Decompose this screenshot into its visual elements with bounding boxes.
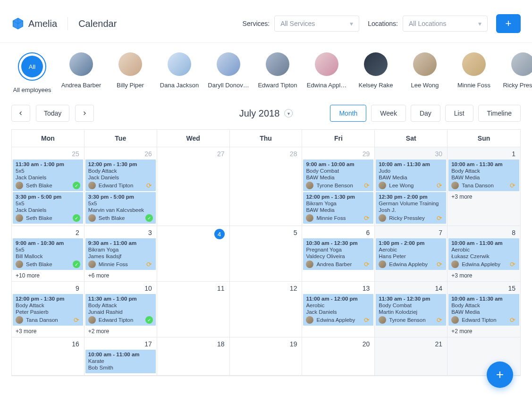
calendar-day-cell[interactable]: 12 bbox=[230, 282, 303, 337]
brand-logo[interactable]: Amelia bbox=[11, 17, 57, 30]
event-title: Aerobic bbox=[379, 247, 443, 252]
calendar-day-cell[interactable]: 2511:30 am - 1:00 pm5x5Jack DanielsSeth … bbox=[12, 147, 84, 226]
day-number: 5 bbox=[230, 226, 302, 238]
status-pending-icon: ⟳ bbox=[436, 260, 443, 268]
employee-filter-item[interactable]: Dana Jackson bbox=[160, 52, 198, 93]
employee-avatar bbox=[413, 52, 437, 76]
services-value: All Services bbox=[280, 20, 315, 27]
status-pending-icon: ⟳ bbox=[509, 182, 516, 189]
more-events-link[interactable]: +2 more bbox=[84, 327, 157, 336]
calendar-event[interactable]: 12:30 pm - 2:00 pmGerman Volume Training… bbox=[376, 192, 446, 224]
today-button[interactable]: Today bbox=[36, 105, 69, 122]
assignee-avatar bbox=[306, 316, 313, 324]
divider bbox=[68, 17, 68, 30]
prev-button[interactable] bbox=[11, 105, 30, 122]
employee-filter-item[interactable]: Kelsey Rake bbox=[357, 52, 395, 93]
view-button-timeline[interactable]: Timeline bbox=[478, 105, 521, 122]
employee-filter-item[interactable]: Lee Wong bbox=[406, 52, 444, 93]
add-button[interactable]: + bbox=[496, 14, 521, 33]
event-time: 12:30 pm - 2:00 pm bbox=[379, 194, 443, 200]
next-button[interactable] bbox=[75, 105, 94, 122]
calendar-day-cell[interactable]: 4 bbox=[157, 226, 230, 282]
calendar-event[interactable]: 9:30 am - 11:00 amBikram YogaJames Ikads… bbox=[85, 238, 156, 270]
calendar-day-cell[interactable]: 20 bbox=[302, 337, 375, 376]
calendar-event[interactable]: 12:00 pm - 1:30 pmBikram YogaBAW MediaMi… bbox=[303, 192, 373, 224]
calendar-day-cell[interactable]: 1011:30 am - 1:00 pmBody AttackJunaid Ra… bbox=[84, 282, 157, 337]
calendar-day-cell[interactable]: 299:00 am - 10:00 amBody CombatBAW Media… bbox=[302, 147, 375, 226]
event-time: 9:00 am - 10:00 am bbox=[306, 161, 371, 167]
calendar-event[interactable]: 10:00 am - 11:00 amKarateBob Smith bbox=[85, 350, 156, 373]
calendar-day-cell[interactable]: 71:00 pm - 2:00 pmAerobicHans PeterEdwin… bbox=[375, 226, 448, 282]
more-events-link[interactable]: +3 more bbox=[448, 271, 520, 280]
calendar-day-cell[interactable]: 11 bbox=[157, 282, 230, 337]
calendar-event[interactable]: 1:00 pm - 2:00 pmAerobicHans PeterEdwina… bbox=[376, 238, 446, 270]
view-button-month[interactable]: Month bbox=[330, 105, 366, 122]
status-pending-icon: ⟳ bbox=[436, 214, 443, 222]
calendar-event[interactable]: 3:30 pm - 5:00 pm5x5Marvin van Kalcvsbee… bbox=[85, 192, 156, 224]
employee-filter-item[interactable]: Ricky Pressley bbox=[504, 52, 532, 93]
calendar-day-cell[interactable]: 19 bbox=[230, 337, 303, 376]
calendar-day-cell[interactable]: 1411:30 am - 12:30 pmBody CombatMartin K… bbox=[375, 282, 448, 337]
weekday-header: Sat bbox=[375, 130, 448, 147]
calendar-day-cell[interactable]: 2612:00 pm - 1:30 pmBody AttackJack Dani… bbox=[84, 147, 157, 226]
calendar-event[interactable]: 9:00 am - 10:30 am5x5Bill MallockSeth Bl… bbox=[13, 238, 83, 270]
calendar-event[interactable]: 10:30 am - 12:30 pmPregnant YogaValdecy … bbox=[303, 238, 373, 270]
locations-select[interactable]: All Locations ▾ bbox=[403, 16, 488, 32]
employee-filter-item[interactable]: AllAll employees bbox=[13, 52, 51, 93]
calendar-event[interactable]: 11:30 am - 1:00 pm5x5Jack DanielsSeth Bl… bbox=[13, 160, 83, 191]
calendar-day-cell[interactable]: 3010:00 am - 11:30 amJudoBAW MediaLee Wo… bbox=[375, 147, 448, 226]
calendar-day-cell[interactable]: 21 bbox=[375, 337, 448, 376]
calendar-event[interactable]: 10:00 am - 11:00 amAerobicŁukasz Czerwik… bbox=[448, 238, 519, 270]
employee-filter-item[interactable]: Edwina Appl… bbox=[308, 52, 346, 93]
view-button-week[interactable]: Week bbox=[371, 105, 406, 122]
services-select[interactable]: All Services ▾ bbox=[274, 16, 359, 32]
assignee-avatar bbox=[16, 260, 23, 268]
view-button-list[interactable]: List bbox=[445, 105, 473, 122]
calendar-day-cell[interactable]: 18 bbox=[157, 337, 230, 376]
employee-filter-item[interactable]: Minnie Foss bbox=[455, 52, 493, 93]
calendar-day-cell[interactable]: 1311:00 am - 12:00 pmAerobicJack Daniels… bbox=[302, 282, 375, 337]
calendar-day-cell[interactable]: 810:00 am - 11:00 amAerobicŁukasz Czerwi… bbox=[448, 226, 520, 282]
calendar-event[interactable]: 9:00 am - 10:00 amBody CombatBAW MediaTy… bbox=[303, 160, 373, 191]
calendar-event[interactable]: 10:00 am - 11:30 amBody AttackBAW MediaT… bbox=[448, 160, 519, 191]
calendar-day-cell[interactable]: 110:00 am - 11:30 amBody AttackBAW Media… bbox=[448, 147, 520, 226]
calendar-day-cell[interactable]: 1710:00 am - 11:00 amKarateBob Smith bbox=[84, 337, 157, 376]
calendar-day-cell[interactable]: 27 bbox=[157, 147, 230, 226]
event-title: Body Attack bbox=[88, 168, 153, 174]
calendar-event[interactable]: 12:00 pm - 1:30 pmBody AttackJack Daniel… bbox=[85, 160, 156, 191]
calendar-event[interactable]: 3:30 pm - 5:00 pm5x5Jack DanielsSeth Bla… bbox=[13, 192, 83, 224]
more-events-link[interactable]: +10 more bbox=[12, 271, 84, 280]
month-dropdown-icon[interactable]: ▾ bbox=[284, 109, 293, 118]
view-button-day[interactable]: Day bbox=[411, 105, 440, 122]
plus-icon: + bbox=[496, 367, 504, 376]
calendar-day-cell[interactable]: 16 bbox=[12, 337, 84, 376]
day-number: 17 bbox=[84, 337, 157, 350]
calendar-day-cell[interactable]: 1510:00 am - 11:30 amBody AttackBAW Medi… bbox=[448, 282, 520, 337]
employee-filter-item[interactable]: Edward Tipton bbox=[259, 52, 296, 93]
locations-label: Locations: bbox=[368, 20, 398, 27]
event-client: BAW Media bbox=[451, 309, 516, 315]
employee-filter-item[interactable]: Andrea Barber bbox=[62, 52, 100, 93]
calendar-day-cell[interactable]: 29:00 am - 10:30 am5x5Bill MallockSeth B… bbox=[12, 226, 84, 282]
more-events-link[interactable]: +2 more bbox=[448, 327, 520, 336]
employee-filter-item[interactable]: Billy Piper bbox=[111, 52, 149, 93]
assignee-avatar bbox=[88, 316, 96, 324]
calendar-day-cell[interactable]: 5 bbox=[230, 226, 303, 282]
event-client: Jack Daniels bbox=[306, 309, 371, 315]
calendar-day-cell[interactable]: 39:30 am - 11:00 amBikram YogaJames Ikad… bbox=[84, 226, 157, 282]
calendar-event[interactable]: 12:00 pm - 1:30 pmBody AttackPeter Pasie… bbox=[13, 294, 83, 326]
calendar-day-cell[interactable]: 28 bbox=[230, 147, 303, 226]
more-events-link[interactable]: +3 more bbox=[12, 327, 84, 336]
calendar-event[interactable]: 10:00 am - 11:30 amBody AttackBAW MediaE… bbox=[448, 294, 519, 326]
calendar-day-cell[interactable]: 610:30 am - 12:30 pmPregnant YogaValdecy… bbox=[302, 226, 375, 282]
day-number: 4 bbox=[157, 226, 229, 241]
calendar-event[interactable]: 11:00 am - 12:00 pmAerobicJack DanielsEd… bbox=[303, 294, 373, 326]
calendar-event[interactable]: 10:00 am - 11:30 amJudoBAW MediaLee Wong… bbox=[376, 160, 446, 191]
calendar-event[interactable]: 11:30 am - 12:30 pmBody CombatMartin Kol… bbox=[376, 294, 446, 326]
employee-filter-item[interactable]: Daryll Donov… bbox=[210, 52, 247, 93]
more-events-link[interactable]: +3 more bbox=[448, 192, 520, 202]
more-events-link[interactable]: +6 more bbox=[84, 271, 157, 280]
calendar-day-cell[interactable]: 912:00 pm - 1:30 pmBody AttackPeter Pasi… bbox=[12, 282, 84, 337]
calendar-event[interactable]: 11:30 am - 1:00 pmBody AttackJunaid Rash… bbox=[85, 294, 156, 326]
employee-name: Daryll Donov… bbox=[208, 82, 249, 89]
